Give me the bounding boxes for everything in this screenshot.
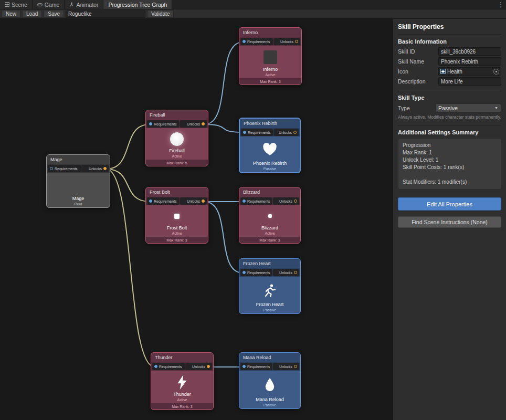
inspector-title: Skill Properties [398,23,501,35]
graph-node-inferno[interactable]: InfernoRequirementsUnlocksInfernoActiveM… [239,27,302,85]
section-basic-information: Basic Information [398,38,501,45]
requirements-port-dot[interactable] [243,200,246,203]
unlocks-port-label: Unlocks [192,365,205,369]
node-subtitle: Passive [263,308,277,312]
new-button[interactable]: New [2,10,20,18]
unlocks-port[interactable]: Unlocks [273,38,300,45]
graph-node-phoenix[interactable]: Phoenix RebirthRequirementsUnlocksPhoeni… [239,118,301,173]
skill-id-field[interactable]: skill_39cb0926 [438,47,501,56]
unlocks-port[interactable]: Unlocks [180,120,207,128]
unlocks-port-dot[interactable] [207,365,210,368]
tab-animator[interactable]: Animator [65,0,103,9]
requirements-port[interactable]: Requirements [240,269,272,276]
unlocks-port-dot[interactable] [294,271,297,274]
kebab-menu-icon[interactable]: ⋮ [496,0,506,9]
square-xs-icon [268,207,272,225]
node-name: Frost Bolt [167,225,187,230]
edge-fireball-phoenix[interactable] [204,124,243,132]
edge-frostbolt-frozenheart[interactable] [204,202,243,273]
skill-id-row: Skill ID skill_39cb0926 [398,47,501,56]
unlocks-port-dot[interactable] [202,200,205,203]
graph-node-frozenheart[interactable]: Frozen HeartRequirementsUnlocksFrozen He… [239,258,301,314]
unlocks-port[interactable]: Unlocks [273,363,299,370]
validate-button[interactable]: Validate [147,10,174,18]
tab-scene[interactable]: Scene [0,0,33,9]
node-title: Frozen Heart [239,259,300,268]
unlocks-port-dot[interactable] [202,122,205,125]
unlocks-port-dot[interactable] [103,167,107,170]
unlocks-port[interactable]: Unlocks [273,197,299,205]
edge-fireball-inferno[interactable] [204,42,243,124]
requirements-port-dot[interactable] [243,271,246,274]
find-scene-instances-button[interactable]: Find Scene Instructions (None) [398,216,501,228]
unlocks-port-dot[interactable] [293,131,297,134]
save-button[interactable]: Save [44,10,64,18]
requirements-port-dot[interactable] [149,122,152,125]
tab-progression-tree-graph[interactable]: Progression Tree Graph [103,0,172,9]
unlocks-port[interactable]: Unlocks [81,165,109,172]
chevron-down-icon: ▼ [494,106,498,110]
node-name: Thunder [173,392,191,397]
type-label: Type [398,105,410,111]
tab-scene-label: Scene [12,2,27,8]
object-picker-icon[interactable] [493,69,499,75]
requirements-port[interactable]: Requirements [241,129,273,136]
requirements-port-label: Requirements [154,122,177,126]
unlocks-port-dot[interactable] [295,40,298,43]
requirements-port[interactable]: Requirements [147,120,180,128]
graph-node-blizzard[interactable]: BlizzardRequirementsUnlocksBlizzardActiv… [239,187,301,244]
node-body: ThunderActive [151,371,213,403]
graph-node-manareload[interactable]: Mana ReloadRequirementsUnlocksMana Reloa… [239,352,301,409]
requirements-port-dot[interactable] [50,167,53,170]
node-subtitle: Active [172,154,182,158]
requirements-port-dot[interactable] [149,200,152,203]
requirements-port-dot[interactable] [243,131,246,134]
requirements-port[interactable]: Requirements [152,363,185,370]
animator-icon [69,2,74,7]
unlocks-port[interactable]: Unlocks [273,129,299,136]
type-help-text: Always active. Modifies character stats … [398,114,501,120]
node-title: Fireball [146,110,208,120]
node-title: Thunder [151,353,213,362]
requirements-port[interactable]: Requirements [48,165,81,172]
requirements-port[interactable]: Requirements [240,197,272,205]
graph-node-mage[interactable]: MageRequirementsUnlocksMageRoot [46,154,110,208]
divider [398,125,501,126]
type-dropdown[interactable]: Passive ▼ [435,103,501,112]
skill-name-field[interactable]: Phoenix Rebirth [438,57,501,66]
description-field[interactable]: More Life [438,77,501,86]
unlocks-port[interactable]: Unlocks [180,197,207,205]
requirements-port-dot[interactable] [243,40,246,43]
unlocks-port[interactable]: Unlocks [185,363,212,370]
icon-object-field[interactable]: Health [438,67,501,76]
requirements-port-dot[interactable] [154,365,157,368]
graph-node-thunder[interactable]: ThunderRequirementsUnlocksThunderActiveM… [151,352,214,410]
runner-icon [263,278,277,302]
load-button[interactable]: Load [22,10,42,18]
tree-name-input[interactable] [66,10,145,18]
graph-node-frostbolt[interactable]: Frost BoltRequirementsUnlocksFrost BoltA… [145,187,208,244]
node-port-row: RequirementsUnlocks [47,164,110,173]
node-subtitle: Active [172,232,182,235]
node-body: InfernoActive [239,46,301,78]
graph-canvas[interactable]: MageRequirementsUnlocksMageRootFireballR… [0,19,393,420]
requirements-port[interactable]: Requirements [240,38,273,45]
requirements-port-label: Requirements [154,200,177,203]
unlocks-port-label: Unlocks [279,365,292,369]
node-body: Mana ReloadPassive [239,371,300,408]
edge-mage-fireball[interactable] [106,124,150,169]
type-dropdown-value: Passive [438,105,458,111]
node-port-row: RequirementsUnlocks [239,197,300,205]
unlocks-port-dot[interactable] [294,200,297,203]
edit-all-properties-button[interactable]: Edit All Properties [398,197,501,211]
graph-node-fireball[interactable]: FireballRequirementsUnlocksFireballActiv… [145,110,208,166]
requirements-port-dot[interactable] [243,365,246,368]
unlocks-port-dot[interactable] [294,365,297,368]
tab-game[interactable]: Game [33,0,65,9]
requirements-port[interactable]: Requirements [240,363,272,370]
square-sm-icon [174,207,180,225]
description-label: Description [398,78,426,85]
unlocks-port[interactable]: Unlocks [273,269,299,276]
requirements-port-label: Requirements [247,40,270,44]
requirements-port[interactable]: Requirements [147,197,180,205]
